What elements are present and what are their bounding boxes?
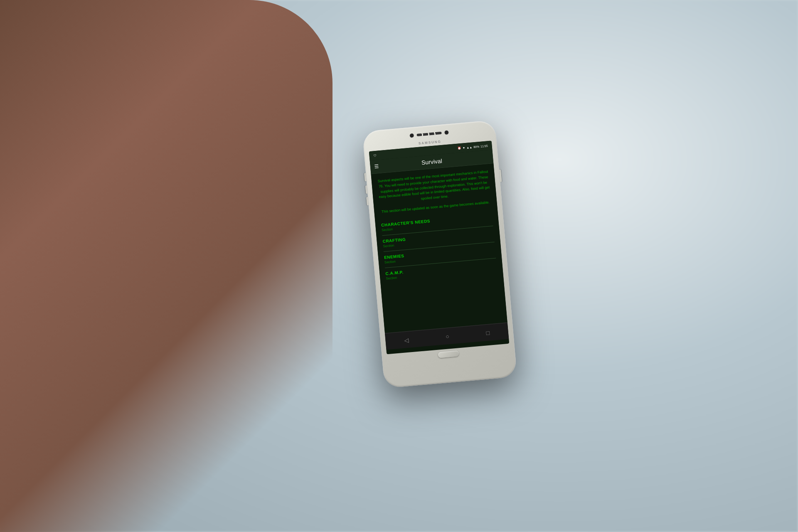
home-button-nav[interactable]: ○ [442,329,453,343]
speaker-grille [416,132,441,136]
hand-silhouette [0,0,332,532]
back-button[interactable]: ◁ [400,333,413,347]
status-right-info: ⏰ ▼ ▲▲ 80% 11:55 [457,144,488,150]
phone-screen: 🛡 ⏰ ▼ ▲▲ 80% 11:55 ☰ Survival Survival a… [369,140,510,354]
sensor [445,131,448,134]
battery-level: 80% [473,145,480,148]
signal-icon: ▲▲ [466,145,472,149]
volume-up-button [364,173,367,181]
recent-apps-button[interactable]: □ [482,325,493,340]
time-display: 11:55 [480,144,488,148]
wifi-icon: ▼ [462,146,466,150]
phone-body: SAMSUNG 🛡 ⏰ ▼ ▲▲ 80% 11:55 ☰ Survival [362,120,517,389]
front-camera [410,134,414,138]
alarm-icon: ⏰ [457,146,461,150]
description-text: Survival aspects will be one of the most… [377,169,490,205]
status-left-icons: 🛡 [373,154,377,157]
sections-list: CHARACTER'S NEEDS Section CRAFTING Secti… [381,210,497,284]
physical-home-button[interactable] [438,350,459,358]
menu-icon[interactable]: ☰ [374,163,379,170]
phone-mockup: SAMSUNG 🛡 ⏰ ▼ ▲▲ 80% 11:55 ☰ Survival [362,120,517,389]
content-area: Survival aspects will be one of the most… [371,163,507,333]
bixby-button [366,197,369,205]
volume-down-button [365,185,368,194]
shield-icon: 🛡 [373,154,377,157]
